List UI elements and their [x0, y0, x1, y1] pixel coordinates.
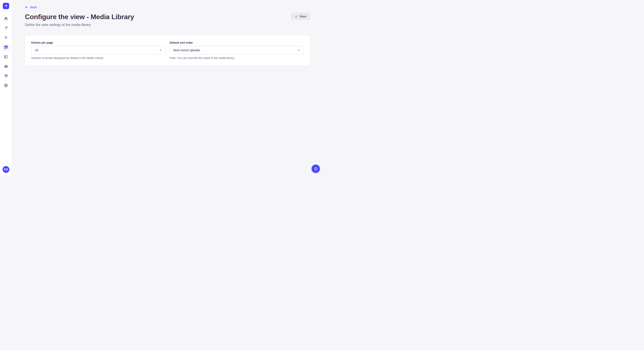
page-subtitle: Define the view settings of the media li…	[25, 23, 310, 27]
user-section: KD	[0, 164, 12, 175]
sidebar-item-media-library[interactable]	[2, 44, 10, 51]
strapi-logo-icon[interactable]	[3, 3, 9, 9]
sidebar-item-cart[interactable]	[2, 72, 10, 80]
home-icon	[4, 16, 8, 21]
settings-card: Entries per page 10 Number of assets dis…	[25, 35, 310, 66]
field-default-sort-order: Default sort order Most recent uploads N…	[170, 41, 304, 59]
layout-icon	[4, 54, 8, 59]
default-sort-order-select[interactable]: Most recent uploads	[170, 46, 304, 54]
sidebar-item-cloud[interactable]	[2, 63, 10, 70]
field-label: Entries per page	[31, 41, 166, 44]
field-hint: Number of assets displayed by default in…	[31, 56, 166, 59]
back-link[interactable]: Back	[25, 5, 37, 9]
sidebar-item-paper-plane[interactable]	[2, 34, 10, 41]
cloud-icon	[4, 64, 8, 69]
user-avatar[interactable]: KD	[2, 166, 9, 173]
paper-plane-icon	[4, 35, 8, 40]
save-label: Save	[300, 15, 306, 18]
back-label: Back	[30, 5, 37, 9]
cart-icon	[4, 74, 8, 78]
select-value: 10	[35, 48, 38, 52]
caret-down-icon	[298, 49, 300, 51]
field-hint: Note: You can override this value in the…	[170, 56, 304, 59]
gear-icon	[4, 83, 8, 88]
sidebar-item-gear[interactable]	[2, 82, 10, 89]
question-mark-icon	[314, 167, 318, 171]
feather-icon	[4, 26, 8, 30]
field-entries-per-page: Entries per page 10 Number of assets dis…	[31, 41, 166, 59]
logo-section	[0, 0, 12, 12]
sidebar-nav	[0, 12, 12, 89]
images-icon	[4, 45, 8, 49]
sidebar: KD	[0, 0, 12, 175]
select-value: Most recent uploads	[173, 48, 200, 52]
sidebar-item-home[interactable]	[2, 15, 10, 22]
caret-down-icon	[160, 49, 162, 51]
save-button[interactable]: Save	[291, 13, 310, 20]
main-content: Back Configure the view - Media Library …	[12, 0, 322, 175]
app-window: KD Back Configure the view - Media Libra…	[0, 0, 322, 175]
title-row: Configure the view - Media Library Save	[25, 12, 310, 21]
entries-per-page-select[interactable]: 10	[31, 46, 166, 54]
sidebar-item-feather[interactable]	[2, 24, 10, 32]
page-title: Configure the view - Media Library	[25, 12, 134, 21]
help-button[interactable]	[312, 165, 320, 173]
sidebar-item-layout[interactable]	[2, 53, 10, 60]
arrow-left-icon	[25, 5, 28, 9]
field-label: Default sort order	[170, 41, 304, 44]
check-icon	[295, 15, 298, 18]
